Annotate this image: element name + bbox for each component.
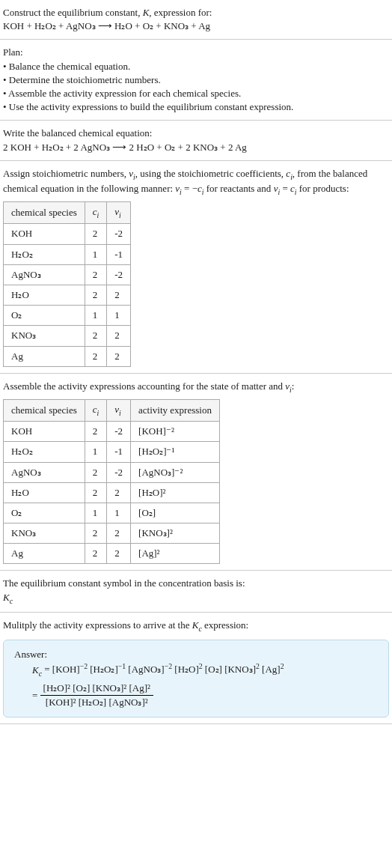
plan-item: Assemble the activity expression for eac…: [3, 87, 389, 100]
answer-line1: Kc = [KOH]−2 [H₂O₂]−1 [AgNO₃]−2 [H₂O]2 […: [14, 661, 378, 679]
table-row: KNO₃22: [4, 326, 131, 346]
stoich-intro: Assign stoichiometric numbers, νi, using…: [3, 167, 389, 197]
th-species: chemical species: [4, 202, 85, 224]
table-row: O₂11: [4, 306, 131, 326]
multiply-section: Mulitply the activity expressions to arr…: [0, 613, 392, 724]
table-row: H₂O22: [4, 285, 131, 305]
plan-section: Plan: Balance the chemical equation. Det…: [0, 40, 392, 121]
activity-table: chemical species ci νi activity expressi…: [3, 399, 220, 565]
plan-item: Balance the chemical equation.: [3, 60, 389, 73]
symbol-line1: The equilibrium constant symbol in the c…: [3, 577, 389, 590]
table-row: AgNO₃2-2[AgNO₃]⁻²: [4, 462, 220, 482]
table-row: O₂11[O₂]: [4, 503, 220, 523]
balanced-title: Write the balanced chemical equation:: [3, 127, 389, 140]
table-row: Ag22[Ag]²: [4, 544, 220, 564]
table-row: KNO₃22[KNO₃]²: [4, 523, 220, 544]
symbol-line2: Kc: [3, 591, 389, 606]
answer-box: Answer: Kc = [KOH]−2 [H₂O₂]−1 [AgNO₃]−2 …: [3, 640, 389, 717]
stoich-table: chemical species ci νi KOH2-2 H₂O₂1-1 Ag…: [3, 201, 131, 367]
th-expr: activity expression: [131, 399, 220, 421]
table-row: H₂O₂1-1: [4, 244, 131, 264]
th-ci: ci: [85, 399, 107, 421]
table-row: H₂O22[H₂O]²: [4, 482, 220, 503]
activity-section: Assemble the activity expressions accoun…: [0, 374, 392, 571]
balanced-section: Write the balanced chemical equation: 2 …: [0, 121, 392, 160]
stoich-section: Assign stoichiometric numbers, νi, using…: [0, 161, 392, 374]
plan-item: Determine the stoichiometric numbers.: [3, 73, 389, 87]
symbol-section: The equilibrium constant symbol in the c…: [0, 571, 392, 612]
table-row: KOH2-2[KOH]⁻²: [4, 422, 220, 442]
th-vi: νi: [107, 399, 131, 421]
plan-title: Plan:: [3, 46, 389, 59]
answer-fraction: = [H₂O]² [O₂] [KNO₃]² [Ag]² [KOH]² [H₂O₂…: [14, 682, 378, 709]
fraction-numerator: [H₂O]² [O₂] [KNO₃]² [Ag]²: [40, 682, 153, 696]
table-row: H₂O₂1-1[H₂O₂]⁻¹: [4, 442, 220, 462]
activity-intro: Assemble the activity expressions accoun…: [3, 380, 389, 395]
answer-label: Answer:: [14, 648, 378, 661]
table-row: Ag22: [4, 346, 131, 366]
fraction-denominator: [KOH]² [H₂O₂] [AgNO₃]²: [40, 696, 153, 709]
plan-item: Use the activity expressions to build th…: [3, 100, 389, 114]
th-species: chemical species: [4, 399, 85, 421]
table-row: AgNO₃2-2: [4, 264, 131, 285]
header-title: Construct the equilibrium constant, K, e…: [3, 6, 389, 19]
multiply-intro: Mulitply the activity expressions to arr…: [3, 619, 389, 634]
table-row: KOH2-2: [4, 224, 131, 244]
th-ci: ci: [85, 202, 107, 224]
header-section: Construct the equilibrium constant, K, e…: [0, 0, 392, 40]
plan-list: Balance the chemical equation. Determine…: [3, 60, 389, 115]
th-vi: νi: [107, 202, 131, 224]
balanced-equation: 2 KOH + H₂O₂ + 2 AgNO₃ ⟶ 2 H₂O + O₂ + 2 …: [3, 141, 389, 154]
header-equation: KOH + H₂O₂ + AgNO₃ ⟶ H₂O + O₂ + KNO₃ + A…: [3, 19, 389, 33]
